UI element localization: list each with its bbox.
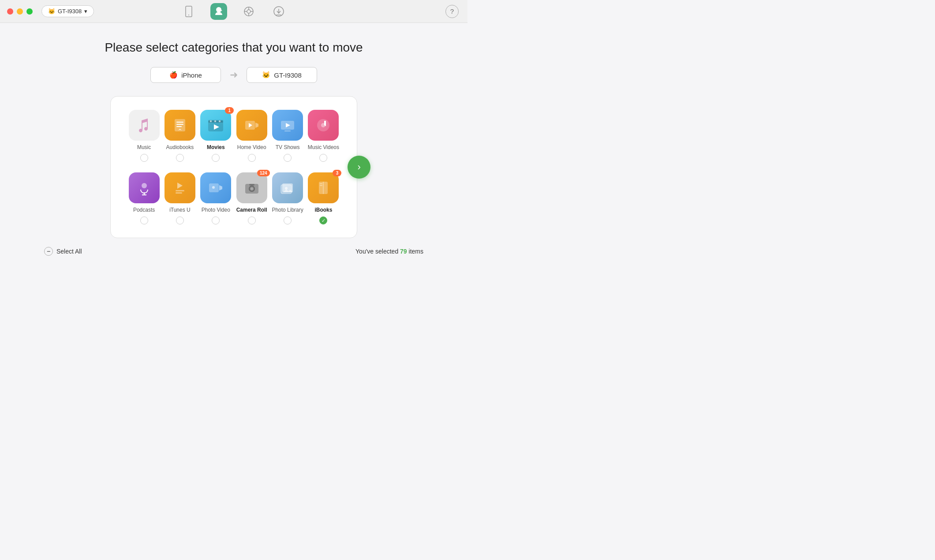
titlebar: 🐱 GT-I9308 ▾ — [0, 0, 468, 23]
svg-point-27 — [142, 183, 147, 188]
category-photovideo[interactable]: Photo Video — [200, 172, 232, 224]
device-dropdown[interactable]: 🐱 GT-I9308 ▾ — [41, 5, 94, 17]
transfer-arrow: ➜ — [230, 69, 238, 81]
close-button[interactable] — [7, 8, 13, 15]
movies-badge: 1 — [225, 107, 234, 114]
minus-icon: − — [44, 247, 53, 256]
homevideo-label: Home Video — [237, 144, 266, 150]
device-name: GT-I9308 — [58, 8, 82, 15]
chevron-down-icon: ▾ — [84, 8, 87, 15]
itunesu-radio[interactable] — [176, 217, 184, 224]
categories-panel: MusicAudiobooks1MoviesHome VideoTV Shows… — [110, 96, 357, 238]
ibooks-app-icon — [308, 172, 339, 203]
photovideo-label: Photo Video — [202, 207, 230, 213]
itunesu-icon-wrapper — [165, 172, 195, 203]
category-ibooks[interactable]: 3iBooks — [308, 172, 339, 224]
svg-rect-16 — [214, 120, 216, 122]
next-button[interactable]: › — [348, 156, 370, 179]
phone-icon[interactable] — [180, 3, 197, 20]
photolibrary-app-icon — [272, 172, 303, 203]
svg-point-38 — [251, 187, 253, 190]
transfer-icon[interactable] — [210, 3, 227, 20]
svg-point-2 — [216, 7, 221, 12]
svg-rect-17 — [219, 120, 221, 122]
source-label: iPhone — [181, 71, 202, 79]
minimize-button[interactable] — [17, 8, 23, 15]
target-label: GT-I9308 — [274, 71, 302, 79]
category-musicvideos[interactable]: Music Videos — [308, 110, 339, 162]
selected-count: You've selected 79 items — [355, 248, 423, 255]
musicvideos-app-icon — [308, 110, 339, 141]
download-icon[interactable] — [270, 3, 287, 20]
cameraroll-badge: 124 — [257, 170, 270, 176]
musicvideos-radio[interactable] — [319, 154, 327, 162]
music-app-icon — [129, 110, 160, 141]
category-photolibrary[interactable]: Photo Library — [272, 172, 303, 224]
musicvideos-label: Music Videos — [308, 144, 339, 150]
tvshows-icon-wrapper — [272, 110, 303, 141]
audiobooks-app-icon — [165, 110, 195, 141]
selected-suffix: items — [407, 248, 423, 255]
audiobooks-radio[interactable] — [176, 154, 184, 162]
svg-point-4 — [247, 10, 251, 13]
target-device[interactable]: 🐱 GT-I9308 — [247, 67, 317, 83]
audiobooks-icon-wrapper — [165, 110, 195, 141]
music-label: Music — [137, 144, 151, 150]
category-audiobooks[interactable]: Audiobooks — [164, 110, 195, 162]
count-number: 79 — [400, 248, 407, 255]
ibooks-radio[interactable] — [319, 217, 327, 224]
category-itunesu[interactable]: iTunes U — [164, 172, 195, 224]
ibooks-icon-wrapper: 3 — [308, 172, 339, 203]
source-device[interactable]: 🍎 iPhone — [150, 67, 221, 83]
svg-point-34 — [212, 186, 215, 189]
itunesu-label: iTunes U — [169, 207, 191, 213]
podcasts-radio[interactable] — [140, 217, 148, 224]
movies-radio[interactable] — [212, 154, 220, 162]
select-all-label: Select All — [56, 248, 82, 255]
cameraroll-label: Camera Roll — [236, 207, 267, 213]
homevideo-app-icon — [236, 110, 267, 141]
photovideo-app-icon — [200, 172, 231, 203]
podcasts-app-icon — [129, 172, 160, 203]
movies-label: Movies — [207, 144, 225, 150]
photolibrary-radio[interactable] — [284, 217, 292, 224]
tvshows-app-icon — [272, 110, 303, 141]
category-music[interactable]: Music — [128, 110, 160, 162]
panel-wrapper: MusicAudiobooks1MoviesHome VideoTV Shows… — [110, 96, 357, 238]
svg-rect-39 — [249, 184, 254, 186]
category-cameraroll[interactable]: 124Camera Roll — [236, 172, 267, 224]
category-podcasts[interactable]: Podcasts — [128, 172, 160, 224]
music-icon[interactable] — [240, 3, 257, 20]
category-tvshows[interactable]: TV Shows — [272, 110, 303, 162]
svg-rect-46 — [320, 183, 322, 184]
bottom-bar: − Select All You've selected 79 items — [44, 247, 423, 256]
categories-grid: MusicAudiobooks1MoviesHome VideoTV Shows… — [128, 110, 339, 224]
source-icon: 🍎 — [169, 71, 178, 79]
maximize-button[interactable] — [26, 8, 33, 15]
cameraroll-radio[interactable] — [248, 217, 256, 224]
category-homevideo[interactable]: Home Video — [236, 110, 267, 162]
tvshows-radio[interactable] — [284, 154, 292, 162]
select-all-button[interactable]: − Select All — [44, 247, 82, 256]
ibooks-label: iBooks — [314, 207, 332, 213]
movies-icon-wrapper: 1 — [200, 110, 231, 141]
podcasts-label: Podcasts — [133, 207, 155, 213]
photolibrary-label: Photo Library — [272, 207, 303, 213]
svg-rect-15 — [210, 120, 212, 122]
itunesu-app-icon — [165, 172, 195, 203]
svg-marker-20 — [255, 123, 258, 128]
main-content: Please select categories that you want t… — [0, 23, 468, 269]
movies-app-icon — [200, 110, 231, 141]
musicvideos-icon-wrapper — [308, 110, 339, 141]
svg-rect-24 — [284, 131, 291, 131]
device-icon: 🐱 — [48, 8, 55, 15]
photolibrary-icon-wrapper — [272, 172, 303, 203]
music-icon-wrapper — [129, 110, 160, 141]
help-button[interactable]: ? — [445, 5, 459, 18]
photovideo-radio[interactable] — [212, 217, 220, 224]
photovideo-icon-wrapper — [200, 172, 231, 203]
category-movies[interactable]: 1Movies — [200, 110, 232, 162]
homevideo-radio[interactable] — [248, 154, 256, 162]
selected-prefix: You've selected — [355, 248, 400, 255]
music-radio[interactable] — [140, 154, 148, 162]
